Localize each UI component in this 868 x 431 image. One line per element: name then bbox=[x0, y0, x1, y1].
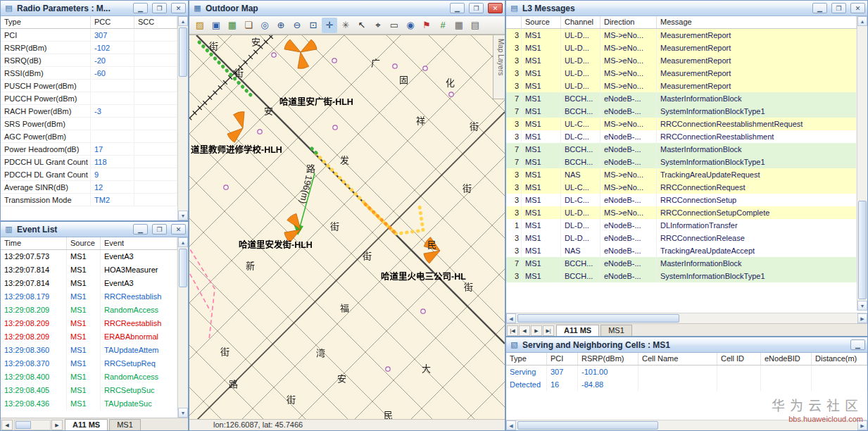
tab-prev-icon[interactable]: ◀ bbox=[519, 325, 530, 336]
zoom-out-button[interactable]: ⊖ bbox=[289, 18, 305, 33]
hscroll-right-icon[interactable]: ▶ bbox=[857, 420, 867, 430]
event-vertical-scrollbar[interactable]: ▲ ▼ bbox=[177, 237, 188, 418]
radio-table-row[interactable]: PCI 307 bbox=[1, 29, 177, 42]
scroll-up-icon[interactable]: ▲ bbox=[857, 16, 867, 26]
scroll-thumb[interactable] bbox=[179, 249, 187, 287]
event-row[interactable]: 13:29:08.209 MS1 ERABAbnormal bbox=[1, 330, 177, 344]
radio-table-row[interactable]: SRS Power(dBm) bbox=[1, 118, 177, 130]
radio-table-row[interactable]: RSRQ(dB) -20 bbox=[1, 54, 177, 67]
l3-message-row[interactable]: 1 MS1 DL-D... eNodeB-... DLInformationTr… bbox=[506, 219, 857, 232]
radio-vertical-scrollbar[interactable]: ▲ ▼ bbox=[177, 16, 188, 220]
export-image-button[interactable]: ▦ bbox=[225, 18, 240, 33]
scroll-down-icon[interactable]: ▼ bbox=[178, 211, 188, 220]
l3-message-row[interactable]: 7 MS1 BCCH... eNodeB-... SystemInformati… bbox=[506, 156, 857, 168]
hscroll-right-icon[interactable]: ▶ bbox=[857, 313, 867, 323]
tab-all-ms[interactable]: A11 MS bbox=[556, 325, 599, 336]
tab-first-icon[interactable]: |◀ bbox=[507, 325, 518, 336]
event-window-titlebar[interactable]: ▥ Event List ▁ ❐ ✕ bbox=[1, 222, 188, 237]
l3-message-row[interactable]: 3 MS1 UL-D... MS->eNo... MeasurementRepo… bbox=[506, 54, 857, 67]
scroll-thumb[interactable] bbox=[517, 421, 658, 430]
l3-message-row[interactable]: 3 MS1 BCCH... eNodeB-... SystemInformati… bbox=[506, 270, 857, 282]
radio-table-row[interactable]: RSRP(dBm) -102 bbox=[1, 42, 177, 54]
close-button[interactable]: ✕ bbox=[488, 3, 503, 13]
full-extent-button[interactable]: ✳ bbox=[338, 18, 353, 33]
measure-button[interactable]: ▭ bbox=[386, 18, 402, 33]
l3-message-row[interactable]: 3 MS1 UL-D... MS->eNo... MeasurementRepo… bbox=[506, 42, 857, 54]
minimize-button[interactable]: ▁ bbox=[812, 3, 827, 13]
l3-message-row[interactable]: 3 MS1 UL-D... MS->eNo... MeasurementRepo… bbox=[506, 80, 857, 92]
restore-button[interactable]: ❐ bbox=[831, 3, 846, 13]
l3-message-row[interactable]: 7 MS1 BCCH... eNodeB-... MasterInformati… bbox=[506, 92, 857, 105]
serving-horizontal-scrollbar[interactable]: ◀ ▶ bbox=[506, 420, 867, 430]
map-viewport[interactable]: 街 安 街 广 固 化 安 祥 街 发 路 街 街 街 新 民 街 福 湾 安 bbox=[189, 35, 505, 419]
track-pointer-button[interactable]: ⌖ bbox=[370, 18, 386, 33]
open-button[interactable]: ▨ bbox=[192, 18, 208, 33]
pointer-button[interactable]: ↖ bbox=[354, 18, 370, 33]
event-row[interactable]: 13:29:07.814 MS1 HOA3Measurer bbox=[1, 263, 177, 277]
event-row[interactable]: 13:29:08.360 MS1 TAUpdateAttem bbox=[1, 344, 177, 357]
close-button[interactable]: ✕ bbox=[171, 224, 186, 235]
tab-ms1[interactable]: MS1 bbox=[600, 325, 632, 336]
mesh-button[interactable]: ▦ bbox=[451, 18, 467, 33]
event-row[interactable]: 13:29:07.573 MS1 EventA3 bbox=[1, 250, 177, 263]
restore-button[interactable]: ❐ bbox=[152, 3, 167, 13]
scroll-thumb[interactable] bbox=[858, 201, 867, 299]
tab-all-ms[interactable]: A11 MS bbox=[65, 419, 108, 430]
map-layers-tab[interactable]: Map Layers bbox=[493, 35, 505, 99]
l3-message-row[interactable]: 3 MS1 UL-C... MS->eNo... RRCConnectionRe… bbox=[506, 181, 857, 194]
serving-cell-row[interactable]: Serving 307 -101.00 bbox=[506, 366, 867, 378]
l3-message-row[interactable]: 3 MS1 DL-C... eNodeB-... RRCConnectionRe… bbox=[506, 130, 857, 143]
l3-message-row[interactable]: 3 MS1 UL-D... MS->eNo... MeasurementRepo… bbox=[506, 67, 857, 80]
serving-cell-row[interactable]: Detected 16 -84.88 bbox=[506, 378, 867, 391]
hscroll-left-icon[interactable]: ◀ bbox=[506, 420, 516, 430]
l3-message-row[interactable]: 3 MS1 DL-C... eNodeB-... RRCConnectionSe… bbox=[506, 194, 857, 206]
hscroll-left-icon[interactable]: ◀ bbox=[506, 313, 516, 323]
hscroll-left-icon[interactable]: ◀ bbox=[1, 420, 13, 430]
tab-last-icon[interactable]: ▶| bbox=[543, 325, 554, 336]
event-row[interactable]: 13:29:08.209 MS1 RRCReestablish bbox=[1, 317, 177, 330]
minimize-button[interactable]: ▁ bbox=[850, 339, 865, 350]
pan-button[interactable]: ✛ bbox=[322, 18, 337, 33]
l3-window-titlebar[interactable]: ▤ L3 Messages ▁ ❐ ✕ bbox=[506, 1, 867, 16]
l3-message-row[interactable]: 3 MS1 DL-D... eNodeB-... RRCConnectionRe… bbox=[506, 232, 857, 244]
save-button[interactable]: ▣ bbox=[208, 18, 224, 33]
l3-message-row[interactable]: 7 MS1 BCCH... eNodeB-... MasterInformati… bbox=[506, 257, 857, 270]
find-button[interactable]: ◎ bbox=[257, 18, 272, 33]
l3-message-row[interactable]: 3 MS1 NAS MS->eNo... TrackingAreaUpdateR… bbox=[506, 168, 857, 181]
scroll-thumb[interactable] bbox=[179, 27, 187, 77]
hscroll-right-icon[interactable]: ▶ bbox=[51, 420, 63, 430]
minimize-button[interactable]: ▁ bbox=[133, 3, 148, 13]
event-horizontal-scrollbar[interactable] bbox=[14, 420, 51, 430]
serving-window-titlebar[interactable]: ▧ Serving and Neighboring Cells : MS1 ▁ bbox=[506, 337, 867, 353]
radio-table-row[interactable]: RSSI(dBm) -60 bbox=[1, 67, 177, 80]
l3-message-row[interactable]: 3 MS1 UL-D... MS->eNo... RRCConnectionSe… bbox=[506, 206, 857, 219]
radio-table-row[interactable]: Average SINR(dB) 12 bbox=[1, 181, 177, 194]
scroll-thumb[interactable] bbox=[517, 314, 679, 323]
restore-button[interactable]: ❐ bbox=[152, 224, 167, 235]
radio-table-row[interactable]: AGC Power(dBm) bbox=[1, 130, 177, 143]
flag-button[interactable]: ⚑ bbox=[419, 18, 434, 33]
zoom-in-button[interactable]: ⊕ bbox=[273, 18, 289, 33]
scroll-up-icon[interactable]: ▲ bbox=[178, 16, 188, 26]
radio-table-row[interactable]: Power Headroom(dB) 17 bbox=[1, 143, 177, 156]
close-button[interactable]: ✕ bbox=[171, 3, 186, 13]
event-row[interactable]: 13:29:08.400 MS1 RandomAccess bbox=[1, 370, 177, 384]
layers-button[interactable]: ❏ bbox=[241, 18, 256, 33]
report-button[interactable]: ▤ bbox=[467, 18, 483, 33]
radio-table-row[interactable]: PDCCH DL Grant Count 9 bbox=[1, 168, 177, 181]
l3-message-row[interactable]: 3 MS1 UL-C... MS->eNo... RRCConnectionRe… bbox=[506, 118, 857, 130]
radio-table-row[interactable]: PDCCH UL Grant Count 118 bbox=[1, 156, 177, 168]
tab-ms1[interactable]: MS1 bbox=[109, 419, 141, 430]
grid-button[interactable]: # bbox=[435, 18, 451, 33]
tab-next-icon[interactable]: ▶ bbox=[531, 325, 542, 336]
scroll-thumb[interactable] bbox=[15, 421, 31, 429]
radio-table-row[interactable]: RACH Power(dBm) -3 bbox=[1, 105, 177, 118]
radio-table-row[interactable]: PUSCH Power(dBm) bbox=[1, 80, 177, 92]
event-row[interactable]: 13:29:07.814 MS1 EventA3 bbox=[1, 277, 177, 290]
event-row[interactable]: 13:29:08.209 MS1 RandomAccess bbox=[1, 304, 177, 317]
close-button[interactable]: ✕ bbox=[850, 3, 865, 13]
radio-table-row[interactable]: PUCCH Power(dBm) bbox=[1, 92, 177, 105]
l3-vertical-scrollbar[interactable]: ▲ ▼ bbox=[857, 16, 867, 311]
l3-message-row[interactable]: 3 MS1 UL-D... MS->eNo... MeasurementRepo… bbox=[506, 29, 857, 42]
radio-window-titlebar[interactable]: ▤ Radio Parameters : M... ▁ ❐ ✕ bbox=[1, 1, 188, 16]
